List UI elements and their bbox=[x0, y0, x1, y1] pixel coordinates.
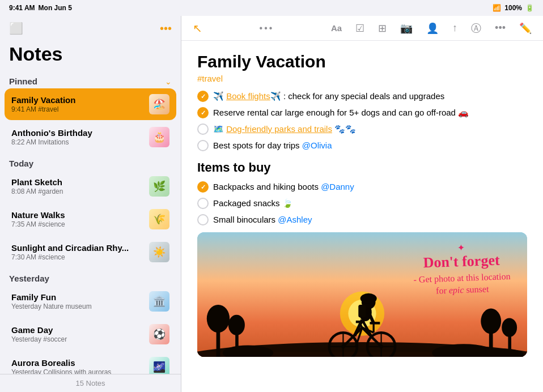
status-bar: 9:41 AM Mon Jun 5 📶 100% 🔋 bbox=[0, 0, 543, 16]
status-bar-left: 9:41 AM Mon Jun 5 bbox=[9, 4, 72, 12]
note-item-content: Family Fun Yesterday Nature museum bbox=[11, 292, 145, 310]
table-icon[interactable]: ⊞ bbox=[376, 21, 389, 36]
note-subtitle-game-day: Yesterday #soccer bbox=[11, 335, 145, 343]
toolbar-center-dots: ••• bbox=[260, 23, 274, 33]
note-subtitle-family-fun: Yesterday Nature museum bbox=[11, 302, 145, 310]
wifi-icon: 📶 bbox=[493, 4, 501, 12]
toolbar-right: Aa ☑ ⊞ 📷 👤 ↑ Ⓐ ••• ✏️ bbox=[329, 20, 534, 36]
mention-ashley: @Ashley bbox=[278, 215, 312, 224]
handwritten-note: ✦ Don't forget - Get photo at this locat… bbox=[412, 241, 511, 298]
note-item-family-fun[interactable]: Family Fun Yesterday Nature museum 🏛️ bbox=[5, 286, 176, 317]
svg-point-8 bbox=[228, 315, 245, 335]
checklist-text-2[interactable]: 🗺️ Dog-friendly parks and trails 🐾🐾 bbox=[213, 123, 356, 135]
section-yesterday-header: Yesterday bbox=[5, 269, 176, 286]
time: 9:41 AM bbox=[9, 4, 35, 12]
markup-icon[interactable]: Ⓐ bbox=[469, 20, 483, 36]
note-thumb-family-fun: 🏛️ bbox=[149, 291, 169, 312]
buy-text-1[interactable]: Packaged snacks 🍃 bbox=[213, 197, 293, 209]
section-today-header: Today bbox=[5, 154, 176, 171]
buy-text-2[interactable]: Small binoculars @Ashley bbox=[213, 214, 312, 225]
note-detail-title[interactable]: Family Vacation bbox=[197, 52, 527, 71]
pinned-chevron-icon[interactable]: ⌄ bbox=[165, 77, 172, 86]
checklist-text-0[interactable]: ✈️ Book flights✈️ : check for any specia… bbox=[213, 90, 444, 102]
share-icon[interactable]: ↑ bbox=[450, 21, 460, 35]
note-thumb-nature-walks: 🌾 bbox=[149, 209, 169, 229]
detail-toolbar: ↖ ••• Aa ☑ ⊞ 📷 👤 ↑ Ⓐ ••• ✏️ bbox=[181, 16, 543, 41]
buy-check-1[interactable] bbox=[197, 198, 209, 209]
status-bar-right: 📶 100% 🔋 bbox=[493, 4, 534, 12]
checklist-text-3[interactable]: Best spots for day trips @Olivia bbox=[213, 139, 332, 151]
more-icon[interactable]: ••• bbox=[493, 21, 508, 35]
note-subtitle-sunlight: 7:30 AM #science bbox=[11, 253, 145, 261]
svg-rect-37 bbox=[358, 305, 366, 317]
note-title-nature-walks: Nature Walks bbox=[11, 210, 145, 220]
camera-icon[interactable]: 📷 bbox=[398, 21, 415, 36]
note-title-sunlight: Sunlight and Circadian Rhy... bbox=[11, 243, 145, 253]
note-item-plant-sketch[interactable]: Plant Sketch 8:08 AM #garden 🌿 bbox=[5, 171, 176, 202]
buy-text-0[interactable]: Backpacks and hiking boots @Danny bbox=[213, 181, 354, 193]
section-pinned-label: Pinned bbox=[9, 76, 37, 86]
section-today-label: Today bbox=[9, 159, 33, 168]
check-circle-3[interactable] bbox=[197, 140, 209, 151]
checklist-icon[interactable]: ☑ bbox=[353, 21, 367, 36]
note-title-game-day: Game Day bbox=[11, 325, 145, 335]
note-subtitle-nature-walks: 7:35 AM #science bbox=[11, 220, 145, 228]
svg-point-10 bbox=[481, 309, 501, 334]
note-title-family-fun: Family Fun bbox=[11, 292, 145, 302]
note-item-content: Aurora Borealis Yesterday Collisions wit… bbox=[11, 358, 145, 374]
note-title-plant-sketch: Plant Sketch bbox=[11, 177, 145, 187]
svg-point-6 bbox=[207, 305, 230, 333]
svg-point-12 bbox=[502, 318, 517, 337]
sidebar-toggle-icon[interactable]: ⬜ bbox=[9, 22, 23, 35]
note-title-anthonios: Anthonio's Birthday bbox=[11, 128, 145, 138]
note-subtitle-family-vacation: 9:41 AM #travel bbox=[11, 105, 145, 113]
buy-item-1: Packaged snacks 🍃 bbox=[197, 197, 527, 209]
compose-icon[interactable]: ✏️ bbox=[517, 21, 534, 36]
note-thumb-anthonios: 🎂 bbox=[149, 127, 169, 147]
date: Mon Jun 5 bbox=[39, 4, 72, 12]
buy-item-2: Small binoculars @Ashley bbox=[197, 214, 527, 225]
buy-item-0: Backpacks and hiking boots @Danny bbox=[197, 181, 527, 193]
note-item-game-day[interactable]: Game Day Yesterday #soccer ⚽ bbox=[5, 318, 176, 350]
checklist-item-0: ✈️ Book flights✈️ : check for any specia… bbox=[197, 90, 527, 102]
more-options-icon[interactable]: ••• bbox=[160, 22, 172, 35]
note-item-sunlight[interactable]: Sunlight and Circadian Rhy... 7:30 AM #s… bbox=[5, 236, 176, 268]
toolbar-left: ↖ bbox=[190, 20, 205, 36]
note-item-aurora-borealis[interactable]: Aurora Borealis Yesterday Collisions wit… bbox=[5, 351, 176, 374]
check-circle-1[interactable] bbox=[197, 107, 209, 118]
text-format-icon[interactable]: Aa bbox=[329, 22, 344, 34]
parks-trails-link[interactable]: Dog-friendly parks and trails bbox=[226, 124, 332, 134]
sidebar-footer: 15 Notes bbox=[0, 374, 181, 392]
check-circle-2[interactable] bbox=[197, 123, 209, 135]
note-title-family-vacation: Family Vacation bbox=[11, 95, 145, 105]
note-item-content: Plant Sketch 8:08 AM #garden bbox=[11, 177, 145, 195]
person-icon[interactable]: 👤 bbox=[424, 21, 441, 36]
note-title-aurora: Aurora Borealis bbox=[11, 358, 145, 368]
checklist-item-1: Reserve rental car large enough for 5+ d… bbox=[197, 106, 527, 118]
mention-danny: @Danny bbox=[321, 182, 354, 191]
back-arrow-icon[interactable]: ↖ bbox=[190, 20, 205, 36]
buy-check-2[interactable] bbox=[197, 214, 209, 225]
note-item-family-vacation[interactable]: Family Vacation 9:41 AM #travel 🏖️ bbox=[5, 88, 176, 120]
handwritten-subtitle: - Get photo at this locationfor epic sun… bbox=[413, 271, 511, 298]
sidebar-toolbar: ⬜ ••• bbox=[0, 16, 181, 41]
note-thumb-family-vacation: 🏖️ bbox=[149, 94, 169, 114]
note-image: ✦ Don't forget - Get photo at this locat… bbox=[197, 232, 527, 357]
note-item-anthonios-birthday[interactable]: Anthonio's Birthday 8:22 AM Invitations … bbox=[5, 121, 176, 153]
book-flights-link[interactable]: Book flights bbox=[226, 91, 270, 101]
checklist-text-1[interactable]: Reserve rental car large enough for 5+ d… bbox=[213, 106, 469, 118]
note-item-nature-walks[interactable]: Nature Walks 7:35 AM #science 🌾 bbox=[5, 203, 176, 235]
note-subtitle-aurora: Yesterday Collisions with auroras bbox=[11, 368, 145, 374]
sidebar-list: Pinned ⌄ Family Vacation 9:41 AM #travel… bbox=[0, 72, 181, 374]
mention-olivia: @Olivia bbox=[302, 140, 332, 150]
note-subtitle-anthonios: 8:22 AM Invitations bbox=[11, 138, 145, 146]
buy-check-0[interactable] bbox=[197, 181, 209, 193]
check-circle-0[interactable] bbox=[197, 91, 209, 102]
note-item-content: Family Vacation 9:41 AM #travel bbox=[11, 95, 145, 113]
detail-pane: ↖ ••• Aa ☑ ⊞ 📷 👤 ↑ Ⓐ ••• ✏️ Family Vacat… bbox=[181, 16, 543, 392]
section-heading-buy: Items to buy bbox=[197, 160, 527, 175]
notes-count: 15 Notes bbox=[75, 379, 105, 387]
note-detail-hashtag[interactable]: #travel bbox=[197, 74, 527, 83]
note-thumb-plant-sketch: 🌿 bbox=[149, 176, 169, 197]
svg-point-38 bbox=[360, 293, 377, 304]
